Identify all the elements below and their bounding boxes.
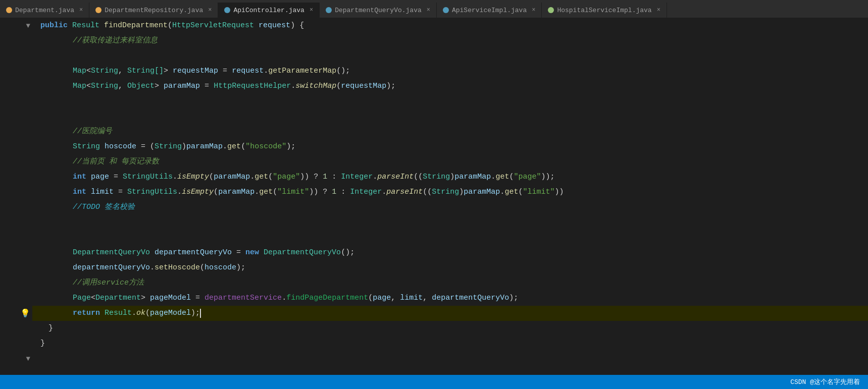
code-line-dqvo-new: DepartmentQueryVo departmentQueryVo = ne… — [32, 245, 868, 260]
code-line-parammap: Map<String, Object> paramMap = HttpReque… — [32, 79, 868, 94]
tab-close-department[interactable]: × — [79, 7, 83, 14]
method-parseint-page: parseInt — [377, 170, 414, 185]
code-line-pagemodel: Page<Department> pageModel = departmentS… — [32, 291, 868, 306]
tab-label-hsi: HospitalServiceImpl.java — [557, 7, 651, 14]
method-get-limit2: get — [504, 185, 518, 200]
lightbulb-icon[interactable]: 💡 — [20, 308, 30, 318]
comment-page-info: //当前页 和 每页记录数 — [73, 154, 159, 170]
string-page: "page" — [273, 170, 300, 185]
var-request: request — [254, 18, 290, 33]
kw-int-limit: int — [73, 185, 91, 200]
string-hoscode: "hoscode" — [245, 139, 286, 154]
gutter-bulb: 💡 — [20, 306, 30, 321]
code-line-comment-todo: //TODO 签名校验 — [32, 200, 868, 215]
tab-icon-department — [6, 7, 12, 13]
fold-arrow-top: ▼ — [26, 22, 30, 30]
tab-bar: Department.java × DepartmentRepository.j… — [0, 0, 868, 18]
type-map1: Map — [73, 64, 86, 79]
comment-service-method: //调用service方法 — [73, 275, 144, 291]
tab-icon-repo — [95, 7, 101, 13]
status-attribution: CSDN @这个名字先用着 — [790, 377, 860, 386]
var-page: page — [91, 170, 109, 185]
tab-label-repo: DepartmentRepository.java — [105, 7, 203, 14]
comment-hospital-code: //医院编号 — [73, 124, 112, 139]
kw-public: public — [40, 18, 72, 33]
tab-department-java[interactable]: Department.java × — [0, 3, 89, 18]
code-editor[interactable]: public Result findDepartment(HttpServlet… — [32, 18, 868, 375]
code-line-limit: int limit = StringUtils.isEmpty(paramMap… — [32, 185, 868, 200]
tab-api-controller[interactable]: ApiController.java × — [218, 3, 320, 18]
var-hoscode: hoscode — [105, 139, 136, 154]
tab-label-asi: ApiServiceImpl.java — [452, 7, 527, 14]
tab-close-hsi[interactable]: × — [657, 7, 660, 14]
var-requestmap: requestMap — [173, 64, 218, 79]
var-dqvo: departmentQueryVo — [155, 245, 232, 260]
kw-int-page: int — [73, 170, 91, 185]
tab-icon-asi — [443, 7, 449, 13]
number-1-limit: 1 — [332, 185, 336, 200]
var-limit: limit — [91, 185, 114, 200]
method-ok: ok — [136, 306, 145, 321]
tab-close-asi[interactable]: × — [532, 7, 535, 14]
var-dept-service: departmentService — [205, 291, 282, 306]
method-get-page: get — [254, 170, 268, 185]
code-line-blank3 — [32, 109, 868, 124]
method-sethoscode: setHoscode — [155, 260, 200, 275]
method-getparametermap: getParameterMap — [268, 64, 336, 79]
method-get-hoscode: get — [227, 139, 241, 154]
code-line-blank1 — [32, 48, 868, 64]
comment-get-dept-info: //获取传递过来科室信息 — [73, 33, 158, 48]
tab-close-dqvo[interactable]: × — [427, 7, 430, 14]
kw-new: new — [245, 245, 264, 260]
method-findpagedept: findPageDepartment — [286, 291, 368, 306]
method-findDepartment: findDepartment — [104, 18, 168, 33]
var-parammap: paramMap — [164, 79, 200, 94]
string-page2: "page" — [514, 170, 541, 185]
tab-department-repo[interactable]: DepartmentRepository.java × — [89, 3, 218, 18]
tab-api-service-impl[interactable]: ApiServiceImpl.java × — [437, 3, 542, 18]
method-get-page2: get — [495, 170, 509, 185]
tab-label-dqvo: DepartmentQueryVo.java — [335, 7, 422, 14]
kw-return: return — [73, 306, 105, 321]
gutter-fold-bottom[interactable]: ▼ — [26, 351, 30, 366]
code-line-blank5 — [32, 230, 868, 245]
code-line-return: return Result.ok(pageModel); — [32, 306, 868, 321]
method-parseint-limit: parseInt — [386, 185, 423, 200]
method-switchmap: switchMap — [295, 79, 336, 94]
code-line-close1: } — [32, 321, 868, 336]
code-line-blank2 — [32, 94, 868, 109]
code-line-comment-page: //当前页 和 每页记录数 — [32, 154, 868, 170]
text-cursor — [200, 309, 201, 318]
status-bar: CSDN @这个名字先用着 — [0, 375, 868, 389]
tab-label-api: ApiController.java — [233, 7, 304, 14]
code-line-close2: } — [32, 336, 868, 351]
method-isempty-page: isEmpty — [177, 170, 209, 185]
type-result: Result — [72, 18, 104, 33]
code-line-page: int page = StringUtils.isEmpty(paramMap.… — [32, 170, 868, 185]
tab-hospital-service-impl[interactable]: HospitalServiceImpl.java × — [542, 3, 667, 18]
string-limit: "limit" — [277, 185, 309, 200]
tab-icon-hsi — [548, 7, 554, 13]
code-line-comment-hospital: //医院编号 — [32, 124, 868, 139]
method-isempty-limit: isEmpty — [182, 185, 214, 200]
editor-area: ▼ 💡 ▼ public Result — [0, 18, 868, 375]
fold-arrow-bottom: ▼ — [26, 355, 30, 363]
tab-dept-query-vo[interactable]: DepartmentQueryVo.java × — [320, 3, 437, 18]
method-get-limit: get — [259, 185, 273, 200]
code-line-comment-service: //调用service方法 — [32, 275, 868, 291]
type-httpservletrequest: HttpServletRequest — [172, 18, 254, 33]
tab-icon-api — [224, 7, 230, 13]
var-dqvo-set: departmentQueryVo — [73, 260, 150, 275]
code-line-dqvo-set: departmentQueryVo.setHoscode(hoscode); — [32, 260, 868, 275]
code-line-requestmap: Map<String, String[]> requestMap = reque… — [32, 64, 868, 79]
code-line-blank4 — [32, 215, 868, 230]
gutter-fold-top[interactable]: ▼ — [26, 18, 30, 33]
code-line-hoscode: String hoscode = (String)paramMap.get("h… — [32, 139, 868, 154]
tab-close-api[interactable]: × — [310, 7, 313, 14]
type-dqvo: DepartmentQueryVo — [73, 245, 155, 260]
var-pagemodel: pageModel — [150, 291, 191, 306]
tab-label-department: Department.java — [15, 7, 74, 14]
tab-close-repo[interactable]: × — [208, 7, 212, 14]
string-limit2: "limit" — [523, 185, 554, 200]
number-1-page: 1 — [323, 170, 327, 185]
